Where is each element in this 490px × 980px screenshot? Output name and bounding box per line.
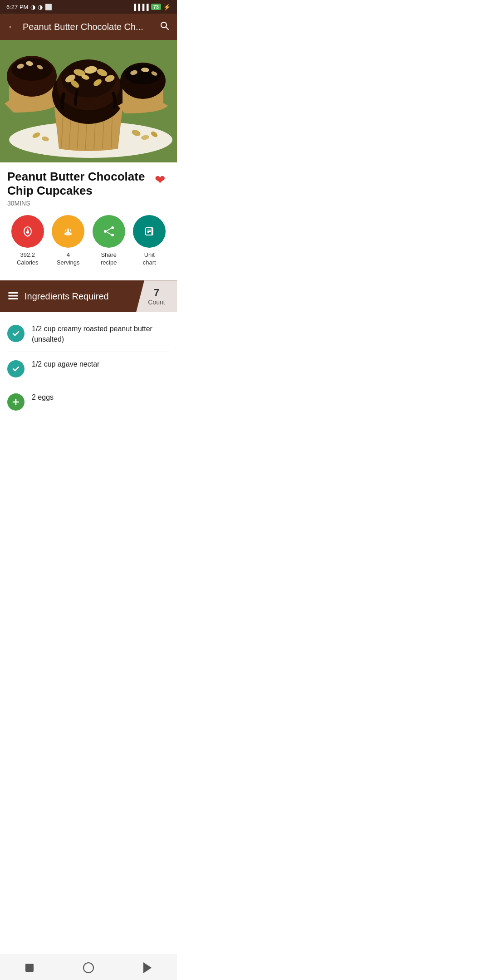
ingredient-check-icon-1[interactable]: [7, 325, 24, 342]
share-icon-circle: [93, 215, 125, 248]
header-title: Peanut Butter Chocolate Ch...: [23, 22, 159, 32]
servings-label: 4 Servings: [57, 251, 80, 267]
unit-chart-label: Unitchart: [143, 251, 156, 267]
ingredient-check-icon-2[interactable]: [7, 360, 24, 377]
ingredient-add-icon-3[interactable]: [7, 393, 24, 411]
recipe-title: Peanut Butter Chocolate Chip Cupcakes: [7, 170, 150, 198]
ingredients-left: Ingredients Required: [0, 280, 136, 312]
ingredient-text-2: 1/2 cup agave nectar: [32, 359, 99, 369]
calories-button[interactable]: 392.2 Calories: [11, 215, 44, 267]
svg-point-4: [11, 58, 52, 81]
unit-chart-button[interactable]: Unitchart: [133, 215, 166, 267]
search-button[interactable]: [159, 20, 170, 34]
calories-icon-circle: [11, 215, 44, 248]
svg-point-37: [26, 231, 29, 234]
ingredient-item: 1/2 cup creamy roasted peanut butter (un…: [7, 317, 170, 352]
ingredient-item: 2 eggs: [7, 385, 170, 418]
charging-icon: ⚡: [163, 4, 171, 10]
status-icon-3: ⬜: [45, 4, 52, 10]
status-time: 6:27 PM: [6, 4, 28, 10]
favorite-button[interactable]: ❤: [150, 170, 170, 190]
unit-chart-icon-circle: [133, 215, 166, 248]
status-icon-1: ◑: [30, 4, 35, 10]
ingredients-count: 7 Count: [136, 280, 177, 312]
svg-line-42: [107, 228, 111, 231]
recipe-time: 30MINS: [7, 200, 170, 207]
ingredient-text-1: 1/2 cup creamy roasted peanut butter (un…: [32, 324, 170, 344]
battery-indicator: 73: [151, 4, 161, 10]
ingredient-item: 1/2 cup agave nectar: [7, 352, 170, 385]
calories-label: 392.2 Calories: [17, 251, 39, 267]
header: ← Peanut Butter Chocolate Ch...: [0, 14, 177, 40]
share-recipe-button[interactable]: Sharerecipe: [93, 215, 125, 267]
svg-point-38: [64, 233, 72, 235]
status-bar: 6:27 PM ◑ ◑ ⬜ ▐▐▐▐ 73 ⚡: [0, 0, 177, 14]
share-recipe-label: Sharerecipe: [101, 251, 117, 267]
svg-point-41: [111, 234, 114, 236]
svg-rect-51: [8, 298, 18, 299]
svg-point-40: [111, 226, 114, 229]
ingredients-header: Ingredients Required 7 Count: [0, 280, 177, 312]
servings-icon-circle: [52, 215, 84, 248]
svg-line-43: [107, 232, 111, 235]
servings-button[interactable]: 4 Servings: [52, 215, 84, 267]
count-number: 7: [154, 287, 159, 299]
recipe-info: Peanut Butter Chocolate Chip Cupcakes ❤ …: [0, 162, 177, 279]
count-label: Count: [148, 299, 165, 306]
back-button[interactable]: ←: [7, 21, 17, 33]
action-buttons: 392.2 Calories 4 Servings: [7, 215, 170, 267]
ingredient-text-3: 2 eggs: [32, 392, 54, 402]
ingredients-label: Ingredients Required: [24, 291, 109, 302]
svg-rect-49: [8, 292, 18, 294]
hero-image: [0, 40, 177, 162]
menu-icon: [8, 291, 18, 302]
status-left: 6:27 PM ◑ ◑ ⬜: [6, 4, 52, 10]
status-right: ▐▐▐▐ 73 ⚡: [132, 4, 171, 10]
svg-rect-50: [8, 295, 18, 296]
svg-point-39: [104, 230, 107, 233]
signal-icon: ▐▐▐▐: [132, 4, 149, 10]
ingredients-list: 1/2 cup creamy roasted peanut butter (un…: [0, 312, 177, 422]
status-icon-2: ◑: [38, 4, 43, 10]
